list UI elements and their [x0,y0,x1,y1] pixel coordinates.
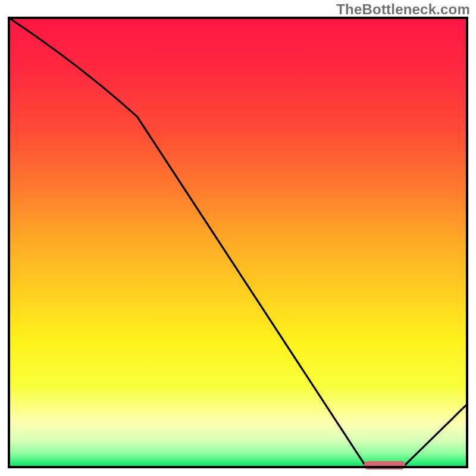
plot-background [9,18,467,467]
chart-stage: TheBottleneck.com [0,0,476,476]
chart-svg [0,0,476,476]
